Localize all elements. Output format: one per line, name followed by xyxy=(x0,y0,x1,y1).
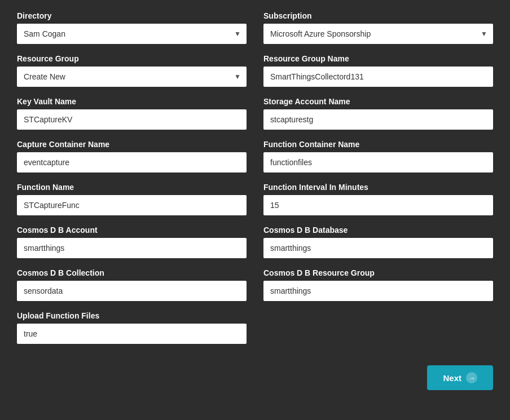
resource-group-select-wrapper[interactable]: Create New xyxy=(17,67,247,87)
subscription-select[interactable]: Microsoft Azure Sponsorship xyxy=(263,24,493,44)
function-interval-field: Function Interval In Minutes xyxy=(263,183,493,215)
function-interval-label: Function Interval In Minutes xyxy=(263,183,493,192)
directory-select-wrapper[interactable]: Sam Cogan xyxy=(17,24,247,44)
cosmos-db-resource-group-label: Cosmos D B Resource Group xyxy=(263,268,493,277)
upload-function-files-label: Upload Function Files xyxy=(17,311,247,320)
form-grid: Directory Sam Cogan Subscription Microso… xyxy=(17,11,493,354)
function-container-name-field: Function Container Name xyxy=(263,140,493,173)
next-button-label: Next xyxy=(443,373,461,383)
cosmos-db-collection-input[interactable] xyxy=(17,281,247,301)
capture-container-name-field: Capture Container Name xyxy=(17,140,247,173)
resource-group-label: Resource Group xyxy=(17,54,247,63)
capture-container-name-input[interactable] xyxy=(17,152,247,173)
upload-function-files-field: Upload Function Files xyxy=(17,311,247,344)
directory-select[interactable]: Sam Cogan xyxy=(17,24,247,44)
function-container-name-input[interactable] xyxy=(263,152,493,173)
cosmos-db-resource-group-input[interactable] xyxy=(263,281,493,301)
key-vault-name-input[interactable] xyxy=(17,109,247,130)
resource-group-select[interactable]: Create New xyxy=(17,67,247,87)
storage-account-name-input[interactable] xyxy=(263,109,493,130)
cosmos-db-database-label: Cosmos D B Database xyxy=(263,226,493,235)
resource-group-field: Resource Group Create New xyxy=(17,54,247,87)
storage-account-name-field: Storage Account Name xyxy=(263,97,493,130)
subscription-label: Subscription xyxy=(263,11,493,20)
cosmos-db-account-input[interactable] xyxy=(17,238,247,258)
directory-field: Directory Sam Cogan xyxy=(17,11,247,44)
cosmos-db-account-field: Cosmos D B Account xyxy=(17,226,247,258)
key-vault-name-label: Key Vault Name xyxy=(17,97,247,106)
resource-group-name-input[interactable] xyxy=(263,67,493,87)
directory-label: Directory xyxy=(17,11,247,20)
function-name-label: Function Name xyxy=(17,183,247,192)
cosmos-db-resource-group-field: Cosmos D B Resource Group xyxy=(263,268,493,301)
next-button[interactable]: Next → xyxy=(427,365,493,390)
cosmos-db-collection-label: Cosmos D B Collection xyxy=(17,268,247,277)
footer-row: Next → xyxy=(17,360,493,390)
function-name-field: Function Name xyxy=(17,183,247,215)
key-vault-name-field: Key Vault Name xyxy=(17,97,247,130)
function-name-input[interactable] xyxy=(17,195,247,215)
empty-placeholder xyxy=(263,311,493,354)
subscription-select-wrapper[interactable]: Microsoft Azure Sponsorship xyxy=(263,24,493,44)
function-interval-input[interactable] xyxy=(263,195,493,215)
function-container-name-label: Function Container Name xyxy=(263,140,493,149)
capture-container-name-label: Capture Container Name xyxy=(17,140,247,149)
storage-account-name-label: Storage Account Name xyxy=(263,97,493,106)
subscription-field: Subscription Microsoft Azure Sponsorship xyxy=(263,11,493,44)
next-arrow-icon: → xyxy=(466,372,477,383)
cosmos-db-collection-field: Cosmos D B Collection xyxy=(17,268,247,301)
resource-group-name-field: Resource Group Name xyxy=(263,54,493,87)
resource-group-name-label: Resource Group Name xyxy=(263,54,493,63)
cosmos-db-account-label: Cosmos D B Account xyxy=(17,226,247,235)
cosmos-db-database-field: Cosmos D B Database xyxy=(263,226,493,258)
cosmos-db-database-input[interactable] xyxy=(263,238,493,258)
upload-function-files-input[interactable] xyxy=(17,324,247,344)
